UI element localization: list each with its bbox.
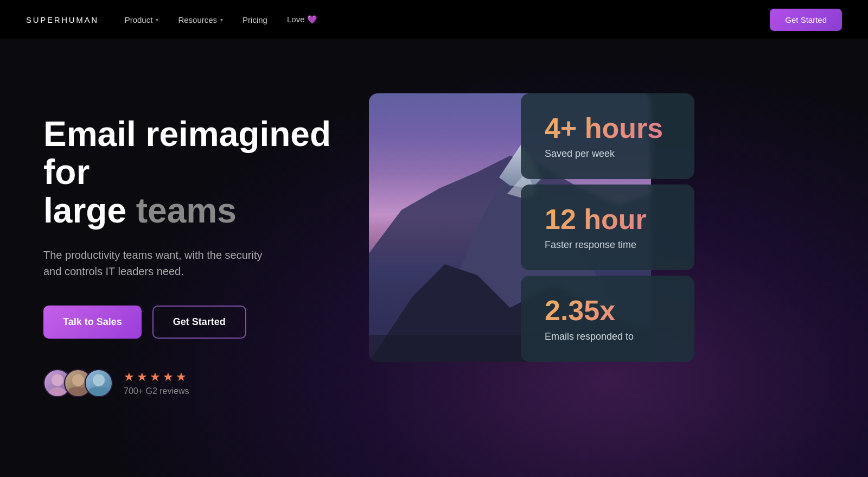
hero-subtitle: The productivity teams want, with the se… bbox=[43, 247, 282, 279]
nav-product[interactable]: Product ▾ bbox=[125, 15, 159, 24]
svg-point-1 bbox=[48, 387, 66, 397]
logo: SUPERHUMAN bbox=[26, 15, 99, 24]
stat-card-emails: 2.35x Emails responded to bbox=[521, 276, 694, 361]
stat-card-hours: 4+ hours Saved per week bbox=[521, 93, 694, 179]
nav-get-started-button[interactable]: Get Started bbox=[770, 9, 842, 31]
stat-value: 4+ hours bbox=[545, 113, 671, 144]
svg-point-0 bbox=[52, 374, 63, 386]
star-icon: ★ bbox=[176, 370, 187, 384]
stat-label: Emails responded to bbox=[545, 331, 671, 342]
stat-card-response: 12 hour Faster response time bbox=[521, 185, 694, 270]
stats-area: 4+ hours Saved per week 12 hour Faster r… bbox=[347, 82, 825, 362]
nav-pricing[interactable]: Pricing bbox=[242, 15, 267, 24]
svg-point-4 bbox=[93, 374, 105, 386]
nav-resources[interactable]: Resources ▾ bbox=[178, 15, 223, 24]
navbar: SUPERHUMAN Product ▾ Resources ▾ Pricing… bbox=[0, 0, 868, 39]
stats-cards: 4+ hours Saved per week 12 hour Faster r… bbox=[521, 93, 694, 362]
hero-title: Email reimagined for large teams bbox=[43, 115, 347, 230]
chevron-icon: ▾ bbox=[220, 17, 223, 23]
chevron-icon: ▾ bbox=[156, 17, 158, 23]
review-count: 700+ G2 reviews bbox=[124, 386, 189, 396]
avatar-group bbox=[43, 369, 113, 397]
svg-point-2 bbox=[72, 374, 84, 386]
main-content: Email reimagined for large teams The pro… bbox=[0, 39, 868, 477]
avatar bbox=[85, 369, 113, 397]
get-started-button[interactable]: Get Started bbox=[152, 306, 246, 339]
avatar-image bbox=[86, 370, 112, 396]
reviews-section: ★ ★ ★ ★ ★ 700+ G2 reviews bbox=[43, 369, 347, 397]
svg-rect-3 bbox=[68, 387, 88, 397]
nav-left: SUPERHUMAN Product ▾ Resources ▾ Pricing… bbox=[26, 15, 317, 24]
nav-links: Product ▾ Resources ▾ Pricing Love 💜 bbox=[125, 15, 317, 24]
svg-rect-5 bbox=[89, 387, 109, 397]
hero-buttons: Talk to Sales Get Started bbox=[43, 306, 347, 339]
star-icon: ★ bbox=[124, 370, 135, 384]
stat-value: 2.35x bbox=[545, 295, 671, 326]
star-rating: ★ ★ ★ ★ ★ bbox=[124, 370, 189, 384]
star-icon: ★ bbox=[150, 370, 161, 384]
hero-section: Email reimagined for large teams The pro… bbox=[43, 82, 347, 397]
star-icon: ★ bbox=[137, 370, 148, 384]
stat-label: Saved per week bbox=[545, 148, 671, 160]
nav-love[interactable]: Love 💜 bbox=[287, 15, 317, 24]
stat-label: Faster response time bbox=[545, 239, 671, 251]
review-info: ★ ★ ★ ★ ★ 700+ G2 reviews bbox=[124, 370, 189, 396]
stat-value: 12 hour bbox=[545, 204, 671, 235]
talk-to-sales-button[interactable]: Talk to Sales bbox=[43, 306, 142, 339]
stats-wrapper: 4+ hours Saved per week 12 hour Faster r… bbox=[521, 93, 651, 362]
star-icon: ★ bbox=[163, 370, 174, 384]
